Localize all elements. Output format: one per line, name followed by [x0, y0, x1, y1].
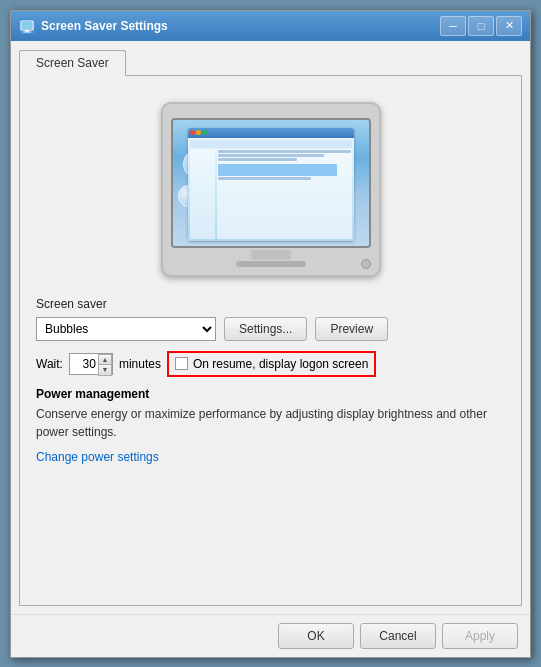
power-management-section: Power management Conserve energy or maxi…	[36, 387, 505, 464]
apply-button[interactable]: Apply	[442, 623, 518, 649]
settings-button[interactable]: Settings...	[224, 317, 307, 341]
tab-bar: Screen Saver	[19, 49, 522, 76]
change-power-settings-link[interactable]: Change power settings	[36, 450, 159, 464]
screen-saver-label: Screen saver	[36, 297, 505, 311]
screen-browser	[188, 128, 354, 241]
dropdown-wrapper: Bubbles (None) 3D Text Aurora Blank Myst…	[36, 317, 216, 341]
logon-checkbox[interactable]	[175, 357, 188, 370]
screen-saver-dropdown[interactable]: Bubbles (None) 3D Text Aurora Blank Myst…	[36, 317, 216, 341]
wait-input[interactable]	[70, 354, 98, 374]
svg-rect-1	[22, 22, 32, 29]
spin-up-button[interactable]: ▲	[99, 355, 111, 366]
svg-rect-3	[23, 31, 31, 32]
tab-screen-saver[interactable]: Screen Saver	[19, 50, 126, 76]
logon-label: On resume, display logon screen	[193, 357, 368, 371]
close-button[interactable]: ✕	[496, 16, 522, 36]
preview-container	[36, 102, 505, 277]
window-icon	[19, 18, 35, 34]
spin-arrows: ▲ ▼	[98, 354, 112, 376]
screen-saver-settings-window: Screen Saver Settings ─ □ ✕ Screen Saver	[10, 10, 531, 658]
content-area: Screen Saver	[11, 41, 530, 614]
logon-checkbox-area[interactable]: On resume, display logon screen	[167, 351, 376, 377]
dialog-footer: OK Cancel Apply	[11, 614, 530, 657]
monitor-screen	[171, 118, 371, 248]
spin-down-button[interactable]: ▼	[99, 365, 111, 375]
monitor-preview	[161, 102, 381, 277]
screen-saver-row: Bubbles (None) 3D Text Aurora Blank Myst…	[36, 317, 505, 341]
svg-rect-2	[25, 30, 29, 32]
wait-row: Wait: ▲ ▼ minutes On resume, display log…	[36, 351, 505, 377]
power-management-title: Power management	[36, 387, 505, 401]
preview-button[interactable]: Preview	[315, 317, 388, 341]
screen-saver-section: Screen saver Bubbles (None) 3D Text Auro…	[36, 297, 505, 377]
power-management-description: Conserve energy or maximize performance …	[36, 405, 505, 441]
ok-button[interactable]: OK	[278, 623, 354, 649]
title-bar: Screen Saver Settings ─ □ ✕	[11, 11, 530, 41]
maximize-button[interactable]: □	[468, 16, 494, 36]
monitor-stand	[251, 250, 291, 260]
monitor-base	[236, 261, 306, 267]
minimize-button[interactable]: ─	[440, 16, 466, 36]
monitor-power-button	[361, 259, 371, 269]
wait-label: Wait:	[36, 357, 63, 371]
panel: Screen saver Bubbles (None) 3D Text Auro…	[19, 76, 522, 606]
window-title: Screen Saver Settings	[41, 19, 440, 33]
minutes-label: minutes	[119, 357, 161, 371]
cancel-button[interactable]: Cancel	[360, 623, 436, 649]
window-controls: ─ □ ✕	[440, 16, 522, 36]
